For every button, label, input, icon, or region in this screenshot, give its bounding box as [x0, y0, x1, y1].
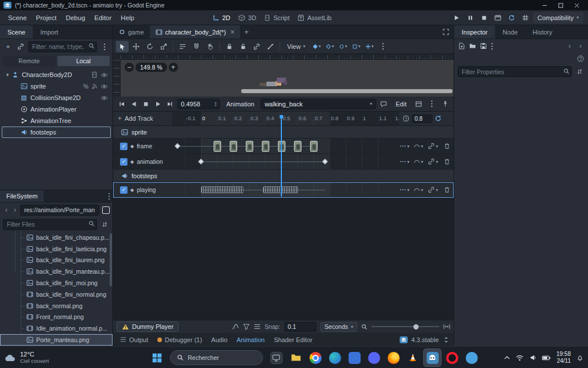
instance-scene-icon[interactable]: [16, 41, 26, 52]
sprite-frame-keyframe[interactable]: [310, 141, 318, 152]
play-button[interactable]: [152, 98, 164, 110]
tab-scene[interactable]: Scene: [0, 25, 33, 39]
current-time-spinner[interactable]: 0.4958 ▴▾: [177, 99, 220, 109]
file-back-idle-fini-chapeau-p[interactable]: back_idle_fini_chapeau.p...: [0, 232, 113, 243]
scene-tab-game[interactable]: game: [113, 25, 150, 39]
file-back-idle-fini-manteau-p[interactable]: back_idle_fini_manteau.p...: [0, 266, 113, 277]
scene-node-footsteps[interactable]: footsteps: [2, 126, 111, 138]
property-sort-icon[interactable]: [574, 67, 585, 77]
menu-debug[interactable]: Debug: [61, 10, 90, 25]
notification-bell-icon[interactable]: [577, 354, 583, 361]
tab-node[interactable]: Node: [495, 25, 525, 39]
scene-node-collisionshape2d[interactable]: CollisionShape2D: [2, 92, 111, 103]
seekstart-button[interactable]: [116, 98, 127, 110]
app-window[interactable]: [268, 349, 285, 366]
interpolation-dropdown[interactable]: ▾: [413, 144, 424, 149]
app-blue2[interactable]: [463, 349, 480, 366]
track-playing[interactable]: ✓◆playing▾▾▾: [113, 182, 454, 198]
bottom-panel-debugger-1[interactable]: Debugger (1): [153, 333, 207, 346]
keyframe[interactable]: [175, 143, 180, 149]
animation-menu-button[interactable]: Animation: [222, 98, 259, 110]
scene-tab-character-body-2d[interactable]: character_body_2d(*)×: [150, 25, 241, 39]
history-back-icon[interactable]: ‹: [566, 42, 573, 50]
pin-icon[interactable]: [439, 98, 451, 110]
chain-tool-button[interactable]: [250, 41, 263, 52]
scene-filter-input[interactable]: [28, 41, 97, 52]
tab-import[interactable]: Import: [33, 25, 65, 39]
loop-wrap-dropdown[interactable]: ▾: [427, 158, 439, 165]
file-front-normal-png[interactable]: Front_normal.png: [0, 312, 113, 323]
unlock-tool-button[interactable]: [237, 41, 249, 52]
filesystem-scrollbar[interactable]: [110, 233, 112, 286]
playback-button[interactable]: [128, 98, 140, 110]
slider-handle[interactable]: [413, 324, 419, 329]
track-list-icon[interactable]: [254, 323, 261, 330]
scene-node-sprite[interactable]: sprite%: [2, 80, 111, 92]
timeline-zoom-slider[interactable]: [372, 323, 439, 331]
distraction-free-icon[interactable]: [438, 25, 454, 39]
app-edge[interactable]: [326, 349, 343, 366]
grid-button[interactable]: [519, 12, 532, 24]
bottom-panel-output[interactable]: Output: [115, 333, 153, 346]
stop-button[interactable]: [140, 98, 152, 110]
save-resource-icon[interactable]: [480, 43, 487, 49]
loop-wrap-dropdown[interactable]: ▾: [427, 186, 439, 193]
bottom-panel-audio[interactable]: Audio: [207, 333, 232, 346]
app-godot[interactable]: [424, 349, 441, 366]
workspace-script[interactable]: Script: [264, 14, 289, 21]
zoom-out-icon[interactable]: −: [125, 63, 134, 72]
open-docs-icon[interactable]: [577, 55, 584, 62]
delete-track-button[interactable]: [442, 141, 452, 151]
move-tool-button[interactable]: [130, 41, 142, 52]
tab-history[interactable]: History: [525, 25, 560, 39]
edit-button[interactable]: Edit: [391, 98, 411, 110]
local-button[interactable]: Local: [57, 56, 110, 66]
filter-tracks-icon[interactable]: [243, 323, 250, 330]
scale-tool-button[interactable]: [157, 41, 170, 52]
units-select[interactable]: Seconds ▾: [320, 322, 357, 332]
zoom-in-icon[interactable]: +: [169, 63, 178, 72]
rotate-tool-button[interactable]: [144, 41, 156, 52]
animation-name-select[interactable]: walking_back ▾: [261, 99, 376, 109]
app-discord[interactable]: [365, 349, 382, 366]
file-back-idle-fini-laeticia-png[interactable]: back_idle_fini_laeticia.png: [0, 243, 113, 255]
start-button[interactable]: [148, 349, 165, 366]
filesystem-menu-icon[interactable]: [108, 190, 113, 202]
scene-node-animationplayer[interactable]: AnimationPlayer: [2, 103, 111, 115]
forward-icon[interactable]: ›: [11, 206, 18, 214]
file-idle-animation-normal-p[interactable]: Idle_animation_normal.p...: [0, 323, 113, 334]
update-mode-dropdown[interactable]: ▾: [399, 159, 411, 164]
playhead[interactable]: [281, 115, 282, 197]
keyins-button[interactable]: ▾: [363, 41, 376, 52]
keyscale-button[interactable]: ▾: [350, 41, 362, 52]
movie-button[interactable]: [492, 12, 504, 24]
toggle-split-icon[interactable]: [102, 206, 110, 214]
platform-sprite[interactable]: [241, 89, 452, 93]
keyrot-button[interactable]: ▾: [337, 41, 349, 52]
file-back-idle-fini-normal-png[interactable]: back_idle_fini_normal.png: [0, 289, 113, 300]
track-enabled-checkbox[interactable]: ✓: [120, 158, 127, 166]
2d-viewport[interactable]: − 149.8 % +: [113, 60, 454, 97]
file-filter-input[interactable]: [3, 219, 97, 230]
lock-tool-button[interactable]: [223, 41, 235, 52]
run-pause-button[interactable]: [464, 12, 477, 24]
workspace-3d[interactable]: 3D: [238, 14, 256, 21]
track-keys-area[interactable]: [172, 139, 399, 154]
weather-widget[interactable]: 12°C Ciel couvert: [5, 347, 49, 368]
magnet-tool-button[interactable]: [190, 41, 203, 52]
close-icon[interactable]: [568, 0, 585, 10]
sprite-frame-keyframe[interactable]: [230, 141, 237, 152]
track-frame[interactable]: ✓◆frame▾▾▾: [113, 139, 454, 154]
tab-filesystem[interactable]: FileSystem: [0, 190, 44, 202]
back-icon[interactable]: ‹: [3, 206, 10, 214]
seekend-button[interactable]: [164, 98, 176, 110]
bezier-curves-icon[interactable]: [232, 323, 239, 330]
track-group-sprite[interactable]: sprite: [113, 126, 454, 139]
delete-track-button[interactable]: [442, 185, 452, 195]
sync-button[interactable]: [505, 12, 518, 24]
panel-layout-icon[interactable]: [413, 98, 424, 110]
sprite-frame-keyframe[interactable]: [262, 141, 269, 152]
run-play-button[interactable]: [450, 12, 463, 24]
minimize-icon[interactable]: [536, 0, 552, 10]
load-resource-icon[interactable]: [469, 43, 476, 49]
